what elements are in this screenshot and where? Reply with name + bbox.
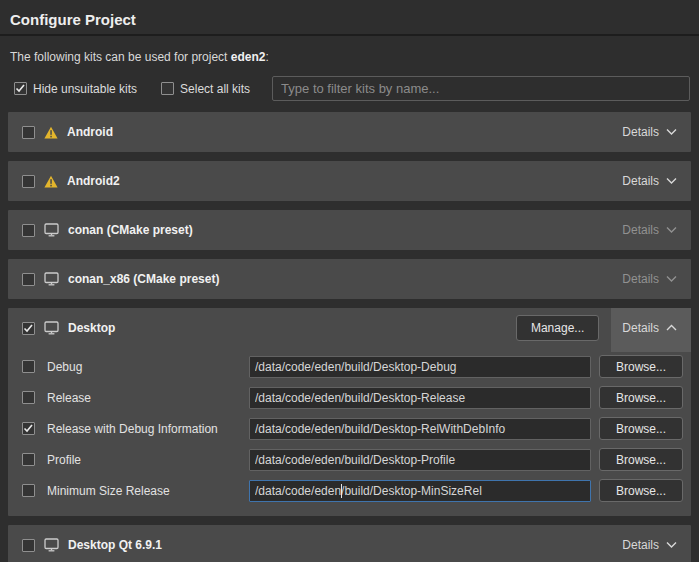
desktop-monitor-icon [44,272,59,286]
config-row-profile: Profile Browse... [22,444,683,475]
config-checkbox-minsizerel[interactable] [22,484,35,497]
kit-name: conan_x86 (CMake preset) [68,272,219,286]
config-checkbox-debug[interactable] [22,360,35,373]
kit-name: conan (CMake preset) [68,223,193,237]
kit-list: Android Details Android2 Details [0,101,699,562]
kit-row-conan-x86: conan_x86 (CMake preset) Details [8,259,691,299]
details-label: Details [622,321,659,335]
desktop-monitor-icon [44,223,59,237]
kit-name: Android2 [67,174,120,188]
build-dir-input-debug[interactable] [249,356,591,378]
kit-name: Desktop Qt 6.9.1 [68,538,162,552]
kit-header: conan (CMake preset) Details [8,210,691,250]
project-name: eden2 [231,50,266,64]
kit-name: Desktop [68,321,115,335]
select-all-kits-checkbox[interactable] [161,82,174,95]
manage-button[interactable]: Manage... [516,315,599,341]
kit-checkbox-conan[interactable] [22,224,35,237]
details-label: Details [622,174,659,188]
chevron-up-icon [666,324,677,332]
warning-icon [44,175,58,188]
details-button-android[interactable]: Details [618,112,681,152]
browse-button-debug[interactable]: Browse... [599,355,683,378]
browse-button-release[interactable]: Browse... [599,386,683,409]
browse-button-relwithdebinfo[interactable]: Browse... [599,417,683,440]
hide-unsuitable-kits-label: Hide unsuitable kits [33,82,137,96]
config-row-relwithdebinfo: Release with Debug Information Browse... [22,413,683,444]
details-button-conan: Details [618,210,681,250]
kit-checkbox-desktop-qt[interactable] [22,539,35,552]
path-field-wrap [249,449,591,471]
select-all-kits-checkbox-group[interactable]: Select all kits [161,82,250,96]
details-label: Details [622,538,659,552]
page-title: Configure Project [0,0,699,36]
kit-filter-input[interactable] [272,76,690,101]
kit-row-conan: conan (CMake preset) Details [8,210,691,250]
path-field-wrap [249,387,591,409]
hide-unsuitable-kits-checkbox-group[interactable]: Hide unsuitable kits [14,82,137,96]
chevron-down-icon [666,128,677,136]
config-checkbox-release[interactable] [22,391,35,404]
chevron-down-icon [666,177,677,185]
config-label: Release with Debug Information [47,422,243,436]
config-row-debug: Debug Browse... [22,351,683,382]
build-config-list: Debug Browse... Release Browse... [8,348,691,516]
config-label: Release [47,391,243,405]
config-row-release: Release Browse... [22,382,683,413]
details-button-desktop[interactable]: Details [618,308,681,348]
build-dir-input-profile[interactable] [249,449,591,471]
kit-row-android2: Android2 Details [8,161,691,201]
build-dir-input-release[interactable] [249,387,591,409]
intro-suffix: : [265,50,268,64]
config-label: Profile [47,453,243,467]
chevron-down-icon [666,226,677,234]
config-label: Debug [47,360,243,374]
kit-name: Android [67,125,113,139]
kit-header: conan_x86 (CMake preset) Details [8,259,691,299]
details-label: Details [622,272,659,286]
path-field-wrap [249,418,591,440]
details-button-desktop-qt[interactable]: Details [618,525,681,562]
config-label: Minimum Size Release [47,484,243,498]
kit-row-desktop-qt: Desktop Qt 6.9.1 Details [8,525,691,562]
kit-row-desktop: Desktop Manage... Details Debug Browse..… [8,308,691,516]
kit-checkbox-android2[interactable] [22,175,35,188]
select-all-kits-label: Select all kits [180,82,250,96]
kit-header: Desktop Manage... Details [8,308,691,348]
details-label: Details [622,125,659,139]
kit-row-android: Android Details [8,112,691,152]
chevron-down-icon [666,541,677,549]
desktop-monitor-icon [44,321,59,335]
path-field-wrap [249,480,591,502]
path-field-wrap [249,356,591,378]
details-button-conan-x86: Details [618,259,681,299]
check-icon [23,423,34,434]
kit-header: Android Details [8,112,691,152]
hide-unsuitable-kits-checkbox[interactable] [14,82,27,95]
config-checkbox-profile[interactable] [22,453,35,466]
chevron-down-icon [666,275,677,283]
filter-controls: Hide unsuitable kits Select all kits [0,64,699,101]
desktop-monitor-icon [44,538,59,552]
build-dir-input-relwithdebinfo[interactable] [249,418,591,440]
kit-header: Desktop Qt 6.9.1 Details [8,525,691,562]
config-row-minsizerel: Minimum Size Release Browse... [22,475,683,506]
kit-header: Android2 Details [8,161,691,201]
build-dir-input-minsizerel[interactable] [249,480,591,502]
browse-button-profile[interactable]: Browse... [599,448,683,471]
kit-checkbox-conan-x86[interactable] [22,273,35,286]
browse-button-minsizerel[interactable]: Browse... [599,479,683,502]
details-label: Details [622,223,659,237]
check-icon [23,323,34,334]
config-checkbox-relwithdebinfo[interactable] [22,422,35,435]
warning-icon [44,126,58,139]
check-icon [15,83,26,94]
kit-checkbox-android[interactable] [22,126,35,139]
intro-text: The following kits can be used for proje… [0,36,699,64]
kit-checkbox-desktop[interactable] [22,322,35,335]
configure-project-page: Configure Project The following kits can… [0,0,699,562]
intro-prefix: The following kits can be used for proje… [10,50,231,64]
details-button-android2[interactable]: Details [618,161,681,201]
